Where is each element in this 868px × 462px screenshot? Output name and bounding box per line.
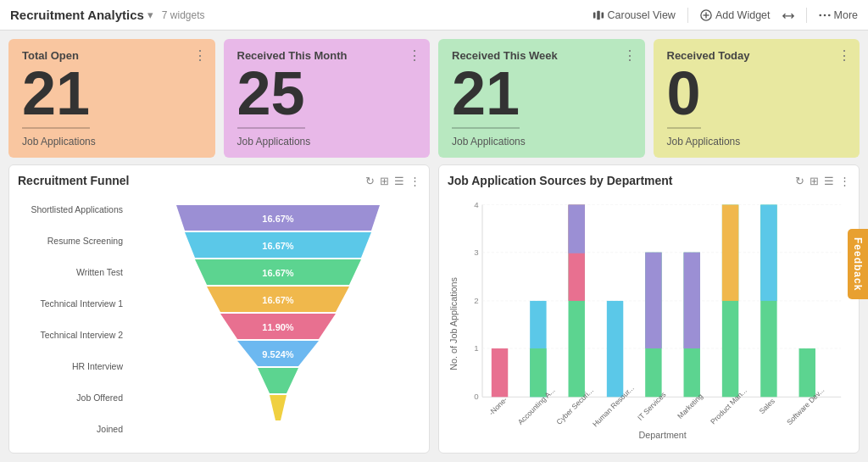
add-widget-label: Add Widget bbox=[715, 9, 771, 21]
funnel-actions: ↻ ⊞ ☰ ⋮ bbox=[365, 175, 420, 187]
main-content: Total Open 21 Job Applications ⋮ Receive… bbox=[0, 31, 868, 462]
chart-panel-header: Job Application Sources by Department ↻ … bbox=[448, 174, 850, 187]
card-menu-3[interactable]: ⋮ bbox=[837, 47, 851, 64]
svg-text:Department: Department bbox=[639, 430, 687, 440]
more-icon bbox=[819, 9, 831, 21]
chart-refresh-icon[interactable]: ↻ bbox=[795, 175, 804, 187]
svg-rect-0 bbox=[593, 12, 595, 18]
refresh-icon[interactable]: ↻ bbox=[365, 175, 375, 187]
divider bbox=[687, 8, 688, 23]
funnel-label-0: Shortlisted Applications bbox=[18, 204, 128, 214]
card-received-week: Received This Week 21 Job Applications ⋮ bbox=[438, 39, 645, 158]
funnel-labels: Shortlisted Applications Resume Screenin… bbox=[18, 194, 128, 444]
card-subtitle-0: Job Applications bbox=[22, 136, 202, 148]
plus-icon bbox=[700, 9, 712, 21]
chart-area: No. of Job Applications 4 3 2 1 0 bbox=[448, 194, 850, 444]
funnel-container: Shortlisted Applications Resume Screenin… bbox=[18, 194, 420, 444]
svg-marker-21 bbox=[258, 368, 298, 393]
svg-text:11.90%: 11.90% bbox=[262, 322, 294, 332]
carousel-icon bbox=[593, 9, 604, 21]
bar-chart-svg: No. of Job Applications 4 3 2 1 0 bbox=[448, 194, 850, 444]
card-total-open: Total Open 21 Job Applications ⋮ bbox=[8, 39, 215, 158]
grid-icon[interactable]: ⊞ bbox=[380, 175, 389, 187]
chart-title: Job Application Sources by Department bbox=[448, 174, 673, 187]
dropdown-arrow[interactable]: ▾ bbox=[147, 8, 153, 21]
bar bbox=[722, 205, 738, 301]
svg-text:0: 0 bbox=[474, 392, 479, 402]
card-subtitle-2: Job Applications bbox=[452, 136, 632, 148]
card-subtitle-3: Job Applications bbox=[667, 136, 847, 148]
svg-text:16.67%: 16.67% bbox=[262, 295, 294, 305]
funnel-label-3: Technical Interview 1 bbox=[18, 298, 128, 309]
funnel-label-4: Technical Interview 2 bbox=[18, 330, 128, 340]
svg-text:9.524%: 9.524% bbox=[262, 349, 294, 359]
card-received-today: Received Today 0 Job Applications ⋮ bbox=[654, 39, 860, 158]
svg-point-8 bbox=[827, 14, 830, 16]
more-label: More bbox=[834, 9, 858, 21]
divider2 bbox=[806, 8, 807, 23]
svg-text:-None-: -None- bbox=[487, 395, 509, 417]
svg-text:1: 1 bbox=[474, 343, 478, 353]
cards-row: Total Open 21 Job Applications ⋮ Receive… bbox=[0, 31, 868, 164]
card-menu-0[interactable]: ⋮ bbox=[193, 47, 207, 64]
more-button[interactable]: More bbox=[819, 9, 858, 21]
header-actions: Carousel View Add Widget More bbox=[593, 8, 858, 23]
chart-actions: ↻ ⊞ ☰ ⋮ bbox=[795, 175, 850, 187]
svg-text:Sales: Sales bbox=[758, 397, 776, 415]
funnel-label-6: Job Offered bbox=[18, 392, 128, 403]
feedback-tab[interactable]: Feedback bbox=[848, 229, 868, 299]
funnel-label-5: HR Interview bbox=[18, 361, 128, 371]
chart-menu-icon[interactable]: ⋮ bbox=[839, 175, 850, 187]
widgets-count: 7 widgets bbox=[162, 9, 205, 21]
svg-text:16.67%: 16.67% bbox=[262, 214, 294, 224]
svg-text:16.67%: 16.67% bbox=[262, 241, 294, 251]
header: Recruitment Analytics ▾ 7 widgets Carous… bbox=[0, 0, 868, 31]
svg-marker-22 bbox=[270, 395, 287, 420]
bottom-panels: Recruitment Funnel ↻ ⊞ ☰ ⋮ Shortlisted A… bbox=[0, 164, 868, 462]
svg-point-7 bbox=[823, 14, 826, 16]
add-widget-button[interactable]: Add Widget bbox=[700, 9, 771, 21]
funnel-menu-icon[interactable]: ⋮ bbox=[409, 175, 420, 187]
card-menu-2[interactable]: ⋮ bbox=[623, 47, 637, 64]
bar bbox=[530, 348, 546, 397]
carousel-label: Carousel View bbox=[608, 9, 676, 21]
bar-chart-panel: Job Application Sources by Department ↻ … bbox=[438, 164, 860, 454]
funnel-label-7: Joined bbox=[18, 424, 128, 434]
svg-rect-2 bbox=[601, 12, 604, 18]
bar bbox=[645, 253, 661, 348]
funnel-chart: 16.67% 16.67% 16.67% 16.67% 11.90% bbox=[168, 205, 388, 434]
list-icon[interactable]: ☰ bbox=[394, 175, 404, 187]
rearrange-button[interactable] bbox=[782, 9, 794, 21]
carousel-view-button[interactable]: Carousel View bbox=[593, 9, 676, 21]
funnel-panel-header: Recruitment Funnel ↻ ⊞ ☰ ⋮ bbox=[18, 174, 420, 187]
card-number-1: 25 bbox=[237, 63, 305, 129]
svg-text:16.67%: 16.67% bbox=[262, 268, 294, 278]
bar bbox=[607, 301, 623, 397]
funnel-svg-wrap: 16.67% 16.67% 16.67% 16.67% 11.90% bbox=[135, 194, 420, 444]
bar bbox=[799, 348, 815, 397]
bar bbox=[684, 253, 700, 348]
card-received-month: Received This Month 25 Job Applications … bbox=[224, 39, 431, 158]
bar bbox=[760, 205, 776, 301]
svg-point-6 bbox=[819, 14, 821, 16]
svg-text:2: 2 bbox=[474, 296, 478, 305]
card-subtitle-1: Job Applications bbox=[237, 136, 417, 148]
card-number-2: 21 bbox=[452, 63, 520, 129]
chart-grid-icon[interactable]: ⊞ bbox=[810, 175, 819, 187]
svg-text:No. of Job Applications: No. of Job Applications bbox=[448, 277, 459, 370]
svg-rect-1 bbox=[597, 10, 600, 19]
funnel-label-1: Resume Screening bbox=[18, 236, 128, 246]
card-number-3: 0 bbox=[667, 63, 701, 129]
funnel-title: Recruitment Funnel bbox=[18, 174, 129, 187]
card-number-0: 21 bbox=[22, 63, 90, 129]
bar bbox=[569, 205, 585, 253]
funnel-panel: Recruitment Funnel ↻ ⊞ ☰ ⋮ Shortlisted A… bbox=[8, 164, 430, 454]
bar bbox=[492, 348, 508, 397]
svg-text:4: 4 bbox=[474, 200, 479, 209]
chart-list-icon[interactable]: ☰ bbox=[824, 175, 834, 187]
funnel-label-2: Written Test bbox=[18, 267, 128, 277]
arrows-icon bbox=[782, 9, 794, 21]
card-menu-1[interactable]: ⋮ bbox=[408, 47, 421, 64]
page-title: Recruitment Analytics bbox=[10, 8, 144, 22]
svg-text:3: 3 bbox=[474, 248, 478, 257]
